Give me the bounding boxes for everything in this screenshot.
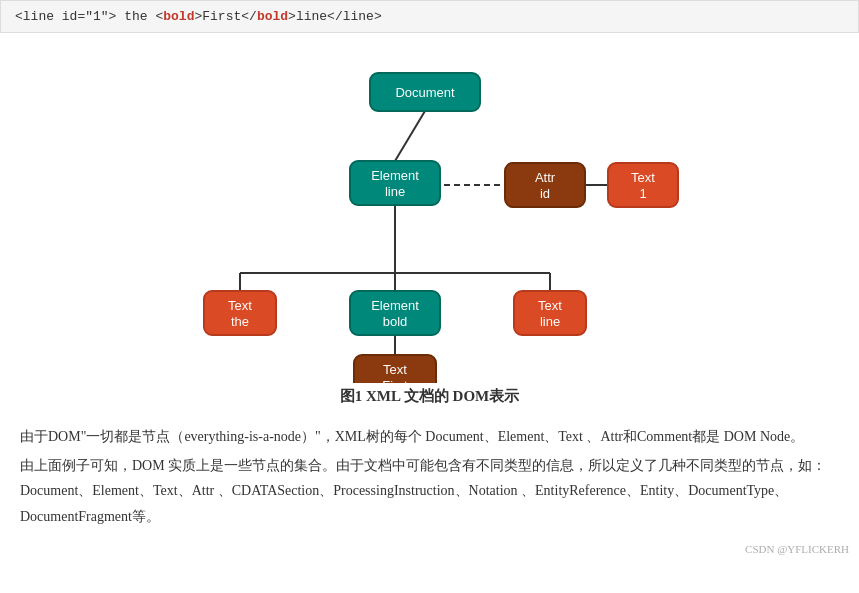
code-text: <line id="1"> the <bold>First</bold>line… <box>15 9 382 24</box>
svg-text:Element: Element <box>371 298 419 313</box>
svg-text:the: the <box>230 314 248 329</box>
diagram-caption: 图1 XML 文档的 DOM表示 <box>340 387 520 406</box>
svg-text:Document: Document <box>395 85 455 100</box>
svg-text:Text: Text <box>383 362 407 377</box>
svg-text:line: line <box>384 184 404 199</box>
watermark: CSDN @YFLICKERH <box>0 543 859 559</box>
svg-text:Text: Text <box>228 298 252 313</box>
svg-text:Attr: Attr <box>534 170 555 185</box>
diagram-area: Document Element line Attr id Text 1 Tex… <box>0 33 859 416</box>
svg-text:line: line <box>539 314 559 329</box>
svg-text:bold: bold <box>382 314 407 329</box>
svg-text:Text: Text <box>631 170 655 185</box>
svg-line-0 <box>395 111 425 161</box>
text-content: 由于DOM"一切都是节点（everything-is-a-node）"，XML树… <box>0 416 859 543</box>
paragraph-1: 由于DOM"一切都是节点（everything-is-a-node）"，XML树… <box>20 424 839 449</box>
svg-text:id: id <box>539 186 549 201</box>
svg-text:First: First <box>382 378 408 383</box>
paragraph-2: 由上面例子可知，DOM 实质上是一些节点的集合。由于文档中可能包含有不同类型的信… <box>20 453 839 529</box>
code-block: <line id="1"> the <bold>First</bold>line… <box>0 0 859 33</box>
svg-text:Text: Text <box>538 298 562 313</box>
diagram-svg: Document Element line Attr id Text 1 Tex… <box>150 43 710 383</box>
svg-text:Element: Element <box>371 168 419 183</box>
svg-text:1: 1 <box>639 186 646 201</box>
